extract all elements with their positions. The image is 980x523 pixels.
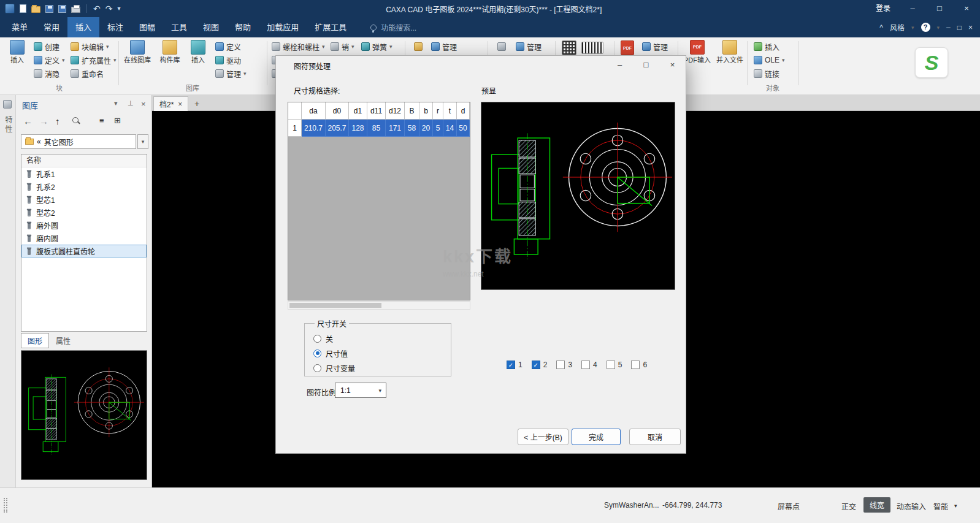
table-cell[interactable]: 58 bbox=[405, 120, 419, 137]
style-button[interactable]: 风格 bbox=[890, 22, 905, 32]
library-item[interactable]: 孔系2 bbox=[21, 180, 147, 193]
library-item[interactable]: 磨内圆 bbox=[21, 232, 147, 245]
menu-tab-插入[interactable]: 插入 bbox=[67, 17, 99, 37]
search-icon[interactable] bbox=[72, 117, 80, 125]
pdf-icon[interactable]: PDF bbox=[621, 40, 634, 55]
hscroll-thumb[interactable] bbox=[289, 303, 381, 308]
view-checkbox-1[interactable]: ✓1 bbox=[507, 361, 523, 369]
menu-tab-菜单[interactable]: 菜单 bbox=[4, 17, 36, 37]
table-cell[interactable]: 14 bbox=[443, 120, 457, 137]
online-library-button[interactable]: 在线图库 bbox=[121, 40, 153, 79]
ole-button[interactable]: OLE▾ bbox=[752, 54, 787, 66]
library-item[interactable]: 孔系1 bbox=[21, 167, 147, 180]
nav-back-icon[interactable]: ← bbox=[23, 116, 33, 126]
dialog-title-bar[interactable]: 图符预处理 – □ × bbox=[276, 56, 686, 74]
folder-combo[interactable]: « 其它图形 bbox=[21, 134, 136, 149]
view-checkbox-5[interactable]: 5 bbox=[607, 361, 622, 369]
library-item[interactable]: 型芯2 bbox=[21, 206, 147, 219]
grid-tool-button[interactable] bbox=[496, 40, 508, 53]
cancel-button[interactable]: 取消 bbox=[629, 429, 681, 445]
undo-icon[interactable]: ↶ bbox=[93, 4, 101, 13]
table-cell[interactable]: 205.7 bbox=[326, 120, 349, 137]
view-checkbox-2[interactable]: ✓2 bbox=[532, 361, 548, 369]
nav-up-icon[interactable]: ↑ bbox=[55, 116, 60, 126]
table-cell[interactable]: 50 bbox=[457, 120, 470, 137]
table-cell[interactable]: 171 bbox=[386, 120, 405, 137]
doc-close-icon[interactable]: × bbox=[968, 23, 973, 32]
table-hscrollbar[interactable] bbox=[288, 301, 470, 310]
table-cell[interactable]: 210.7 bbox=[302, 120, 326, 137]
link-button[interactable]: 链接 bbox=[752, 67, 781, 80]
view-checkbox-4[interactable]: 4 bbox=[581, 361, 597, 369]
extract-symbol-button[interactable] bbox=[412, 40, 424, 53]
smart-snap-caret-icon[interactable]: ▾ bbox=[954, 503, 957, 509]
tab-close-icon[interactable]: × bbox=[178, 100, 182, 109]
extend-attr-button[interactable]: 扩充属性▾ bbox=[69, 54, 118, 66]
dialog-maximize-button[interactable]: □ bbox=[633, 56, 659, 74]
panel-tab-属性[interactable]: 属性 bbox=[49, 333, 77, 348]
table-cell[interactable]: 128 bbox=[349, 120, 367, 137]
radio-关[interactable]: 关 bbox=[313, 331, 451, 346]
new-tab-button[interactable]: + bbox=[190, 96, 204, 111]
table-cell[interactable]: 5 bbox=[433, 120, 443, 137]
list-view-icon[interactable]: ≡ bbox=[99, 116, 104, 125]
define-block-button[interactable]: 定义▾ bbox=[32, 54, 67, 66]
bolts-button[interactable]: 螺栓和螺柱▾ bbox=[270, 40, 327, 53]
document-tab[interactable]: 档2* × bbox=[153, 96, 188, 111]
view-checkbox-3[interactable]: 3 bbox=[556, 361, 572, 369]
open-file-icon[interactable] bbox=[31, 6, 40, 13]
menu-tab-图幅[interactable]: 图幅 bbox=[131, 17, 163, 37]
style-caret-icon[interactable]: ▾ bbox=[911, 25, 914, 31]
radio-尺寸值[interactable]: 尺寸值 bbox=[313, 346, 451, 361]
login-button[interactable]: 登录 bbox=[867, 0, 899, 17]
minimize-button[interactable]: – bbox=[899, 0, 926, 17]
close-button[interactable]: × bbox=[953, 0, 980, 17]
linewidth-toggle[interactable]: 线宽 bbox=[863, 497, 890, 513]
grid-view-icon[interactable]: ⊞ bbox=[114, 116, 121, 125]
doc-minimize-icon[interactable]: – bbox=[946, 23, 951, 32]
save-icon[interactable] bbox=[45, 5, 53, 13]
rename-block-button[interactable]: 重命名 bbox=[69, 67, 105, 80]
library-item[interactable]: 型芯1 bbox=[21, 193, 147, 206]
qr-code-icon[interactable] bbox=[562, 40, 576, 55]
dynamic-input-toggle[interactable]: 动态输入 bbox=[897, 501, 926, 511]
merge-file-button[interactable]: 并入文件 bbox=[714, 40, 746, 79]
library-item[interactable]: 磨外圆 bbox=[21, 219, 147, 232]
manage-button-3[interactable]: 管理 bbox=[640, 40, 670, 53]
function-search[interactable]: 功能搜索... bbox=[370, 17, 416, 37]
folder-combo-caret[interactable]: ▾ bbox=[137, 134, 148, 149]
view-checkbox-6[interactable]: 6 bbox=[631, 361, 647, 369]
nav-forward-icon[interactable]: → bbox=[39, 116, 48, 126]
library-item[interactable]: 腹板式圆柱直齿轮 bbox=[21, 245, 147, 258]
dialog-minimize-button[interactable]: – bbox=[607, 56, 633, 74]
manage-button-1[interactable]: 管理 bbox=[429, 40, 459, 53]
component-library-button[interactable]: 构件库 bbox=[156, 40, 184, 79]
manage-button-2[interactable]: 管理 bbox=[514, 40, 543, 53]
name-column-header[interactable]: 名称 bbox=[21, 155, 147, 167]
pins-button[interactable]: 销▾ bbox=[329, 40, 356, 53]
define-symbol-button[interactable]: 定义 bbox=[213, 40, 243, 53]
spec-table-row[interactable]: 1210.7205.712885171582051450 bbox=[288, 120, 470, 137]
doc-restore-icon[interactable]: □ bbox=[957, 23, 962, 32]
redo-icon[interactable]: ↷ bbox=[105, 4, 113, 13]
manage-library-button[interactable]: 管理▾ bbox=[213, 67, 248, 80]
insert-symbol-button[interactable]: 插入 bbox=[186, 40, 210, 79]
maximize-button[interactable]: □ bbox=[926, 0, 953, 17]
ortho-toggle[interactable]: 正交 bbox=[841, 501, 856, 511]
panel-tab-图形[interactable]: 图形 bbox=[21, 333, 49, 348]
scale-select[interactable]: 1:1 ▾ bbox=[335, 383, 386, 398]
panel-menu-caret-icon[interactable]: ▾ bbox=[114, 99, 118, 107]
menu-tab-常用[interactable]: 常用 bbox=[36, 17, 67, 37]
panel-close-icon[interactable]: × bbox=[141, 99, 146, 109]
help-caret-icon[interactable]: ▾ bbox=[937, 25, 940, 31]
side-tab-properties[interactable]: 特性 bbox=[3, 116, 13, 134]
panel-layout-icon[interactable] bbox=[3, 100, 12, 109]
menu-tab-视图[interactable]: 视图 bbox=[195, 17, 227, 37]
menu-tab-扩展工具[interactable]: 扩展工具 bbox=[307, 17, 354, 37]
table-cell[interactable]: 20 bbox=[419, 120, 433, 137]
hide-block-button[interactable]: 消隐 bbox=[32, 67, 61, 80]
sview-logo[interactable]: S bbox=[915, 47, 948, 78]
insert-block-button[interactable]: 插入 bbox=[4, 40, 31, 79]
statusbar-grip[interactable] bbox=[4, 498, 7, 513]
drive-symbol-button[interactable]: 驱动 bbox=[213, 54, 243, 66]
